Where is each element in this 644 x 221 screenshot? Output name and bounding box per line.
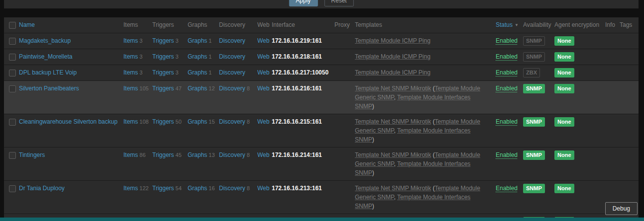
items-link[interactable]: Items	[123, 185, 138, 192]
graphs-link[interactable]: Graphs	[188, 118, 207, 125]
triggers-link[interactable]: Triggers	[152, 53, 174, 60]
triggers-link[interactable]: Triggers	[152, 185, 174, 192]
template-link[interactable]: Template Net SNMP Mikrotik	[355, 118, 431, 125]
template-link[interactable]: Template Module ICMP Ping	[355, 69, 430, 76]
availability-badge: SNMP	[523, 184, 545, 193]
row-checkbox[interactable]	[9, 85, 16, 92]
header-info: Info	[605, 17, 620, 33]
discovery-link[interactable]: Discovery	[219, 37, 245, 44]
host-name-link[interactable]: Silverton Panelbeaters	[19, 85, 79, 92]
header-interface: Interface	[272, 17, 334, 33]
host-name-link[interactable]: Cleaningwarehouse Silverton backup	[19, 118, 117, 125]
header-agent-encryption: Agent encryption	[554, 17, 605, 33]
sort-by-name-link[interactable]: Name	[19, 21, 35, 28]
tags-cell	[620, 49, 639, 65]
debug-button[interactable]: Debug	[605, 202, 638, 215]
status-link[interactable]: Enabled	[496, 185, 518, 192]
proxy-cell	[334, 181, 355, 214]
items-count: 108	[139, 119, 148, 125]
graphs-link[interactable]: Graphs	[188, 69, 207, 76]
triggers-link[interactable]: Triggers	[152, 151, 174, 158]
discovery-link[interactable]: Discovery	[219, 53, 245, 60]
web-link[interactable]: Web	[257, 85, 269, 92]
host-name-link[interactable]: Tintingers	[19, 151, 45, 158]
table-row: Magdakets_backup Items3 Triggers3 Graphs…	[4, 33, 639, 49]
discovery-link[interactable]: Discovery	[219, 185, 245, 192]
triggers-link[interactable]: Triggers	[152, 118, 174, 125]
header-discovery: Discovery	[219, 17, 257, 33]
graphs-link[interactable]: Graphs	[188, 37, 207, 44]
status-link[interactable]: Enabled	[496, 118, 518, 125]
select-all-checkbox[interactable]	[9, 22, 16, 29]
triggers-link[interactable]: Triggers	[152, 69, 174, 76]
graphs-link[interactable]: Graphs	[188, 85, 207, 92]
triggers-count: 3	[176, 54, 179, 60]
items-link[interactable]: Items	[123, 85, 138, 92]
table-row: Silverton Panelbeaters Items105 Triggers…	[4, 81, 639, 114]
graphs-link[interactable]: Graphs	[188, 151, 207, 158]
web-link[interactable]: Web	[257, 185, 269, 192]
apply-button[interactable]: Apply	[289, 0, 318, 6]
status-link[interactable]: Enabled	[496, 53, 518, 60]
host-name-link[interactable]: Magdakets_backup	[19, 37, 71, 44]
table-body: Magdakets_backup Items3 Triggers3 Graphs…	[4, 33, 639, 221]
proxy-cell	[334, 114, 355, 147]
items-link[interactable]: Items	[123, 69, 138, 76]
status-link[interactable]: Enabled	[496, 151, 518, 158]
triggers-count: 45	[176, 152, 182, 158]
triggers-link[interactable]: Triggers	[152, 85, 174, 92]
row-checkbox[interactable]	[9, 38, 16, 45]
interface-address: 172.16.16.214:161	[272, 151, 322, 158]
items-link[interactable]: Items	[123, 118, 138, 125]
web-link[interactable]: Web	[257, 69, 269, 76]
discovery-link[interactable]: Discovery	[219, 69, 245, 76]
items-link[interactable]: Items	[123, 53, 138, 60]
templates-cell: Template Net SNMP Mikrotik (Template Mod…	[355, 147, 496, 180]
triggers-count: 3	[176, 70, 179, 75]
graphs-link[interactable]: Graphs	[188, 53, 207, 60]
discovery-count: 8	[247, 152, 250, 158]
sort-by-status-link[interactable]: Status	[496, 21, 513, 28]
template-link[interactable]: Template Net SNMP Mikrotik	[355, 185, 431, 192]
items-link[interactable]: Items	[123, 37, 138, 44]
row-checkbox[interactable]	[9, 54, 16, 61]
web-link[interactable]: Web	[257, 53, 269, 60]
web-link[interactable]: Web	[257, 151, 269, 158]
host-name-link[interactable]: Dr Tania Duplooy	[19, 185, 65, 192]
template-link[interactable]: Template Net SNMP Mikrotik	[355, 85, 431, 92]
discovery-link[interactable]: Discovery	[219, 151, 245, 158]
header-name: Name	[19, 17, 123, 33]
items-link[interactable]: Items	[123, 151, 138, 158]
graphs-link[interactable]: Graphs	[188, 185, 207, 192]
table-row: Dr Tania Duplooy Items122 Triggers54 Gra…	[4, 181, 639, 214]
table-header-row: Name Items Triggers Graphs Discovery Web…	[4, 17, 639, 33]
status-link[interactable]: Enabled	[496, 85, 518, 92]
interface-address: 172.16.16.218:161	[272, 53, 322, 60]
template-separator: (	[431, 85, 434, 92]
status-link[interactable]: Enabled	[496, 37, 518, 44]
discovery-link[interactable]: Discovery	[219, 118, 245, 125]
row-checkbox[interactable]	[9, 152, 16, 159]
discovery-link[interactable]: Discovery	[219, 85, 245, 92]
template-separator: (	[431, 185, 434, 192]
template-link[interactable]: Template Module ICMP Ping	[355, 37, 430, 44]
template-link[interactable]: Template Net SNMP Mikrotik	[355, 151, 431, 158]
filter-buttons: Apply Reset	[289, 0, 353, 6]
row-checkbox[interactable]	[9, 70, 16, 76]
triggers-link[interactable]: Triggers	[152, 37, 174, 44]
tags-cell	[620, 114, 639, 147]
web-link[interactable]: Web	[257, 118, 269, 125]
status-link[interactable]: Enabled	[496, 69, 518, 76]
template-link[interactable]: Template Module ICMP Ping	[355, 53, 430, 60]
host-name-link[interactable]: DPL backup LTE Voip	[19, 69, 77, 76]
discovery-count: 8	[247, 85, 250, 91]
row-checkbox[interactable]	[9, 119, 16, 126]
header-templates: Templates	[355, 17, 496, 33]
web-link[interactable]: Web	[257, 37, 269, 44]
row-checkbox[interactable]	[9, 185, 16, 192]
table-row: Paintwise_Morelleta Items3 Triggers3 Gra…	[4, 49, 639, 65]
templates-cell: Template Module ICMP Ping	[355, 33, 496, 49]
proxy-cell	[334, 81, 355, 114]
reset-button[interactable]: Reset	[324, 0, 353, 6]
host-name-link[interactable]: Paintwise_Morelleta	[19, 53, 72, 60]
